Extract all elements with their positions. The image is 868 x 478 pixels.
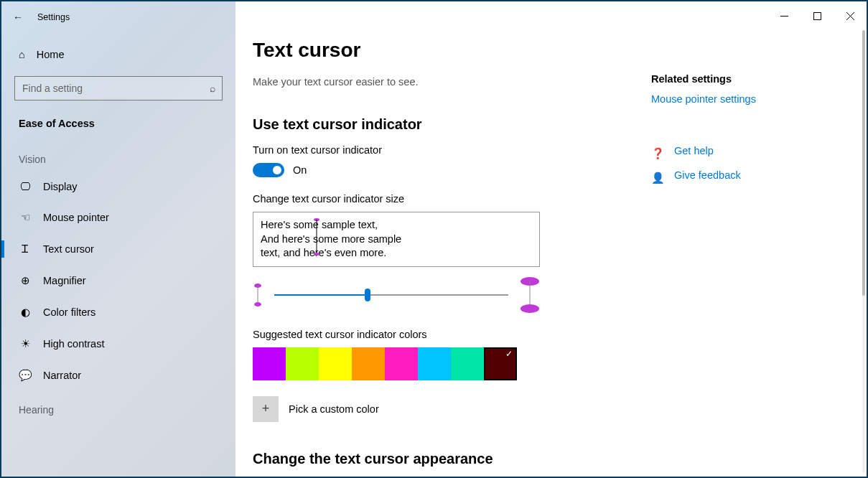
color-swatch[interactable] [352,347,385,380]
section-heading-indicator: Use text cursor indicator [253,116,644,133]
sidebar-item-magnifier[interactable]: ⊕ Magnifier [1,265,235,296]
color-swatch[interactable] [385,347,418,380]
give-feedback-row[interactable]: 👤 Give feedback [651,169,838,187]
sidebar-item-label: High contrast [43,338,104,350]
color-swatch[interactable] [286,347,319,380]
get-help-link[interactable]: Get help [674,145,714,156]
home-icon: ⌂ [19,49,25,60]
scrollbar[interactable] [862,30,865,472]
titlebar [1,1,867,30]
sample-line: text, and here's even more. [261,246,532,261]
right-column: Related settings Mouse pointer settings … [644,39,838,477]
close-button[interactable] [834,4,867,27]
search-input[interactable] [14,76,223,100]
scrollbar-thumb[interactable] [862,30,865,296]
color-swatch[interactable] [418,347,451,380]
size-label: Change text cursor indicator size [253,193,644,205]
color-swatch[interactable] [484,347,517,380]
section-heading-appearance: Change the text cursor appearance [253,451,644,467]
toggle-state: On [293,164,307,176]
search-icon: ⌕ [210,83,215,94]
narrator-icon: 💬 [19,369,32,382]
sidebar-group-header: Ease of Access [1,111,235,141]
color-swatch[interactable] [253,347,286,380]
text-cursor-icon: Ꮖ [19,243,32,256]
svg-point-9 [254,302,261,306]
sidebar-item-text-cursor[interactable]: Ꮖ Text cursor [1,233,235,265]
sidebar-item-label: Display [43,181,78,192]
sidebar-home-label: Home [37,49,65,60]
svg-point-6 [314,253,319,256]
size-slider-thumb[interactable] [365,289,370,301]
color-swatches [253,347,644,380]
display-icon: 🖵 [19,180,32,192]
sample-text-cursor-indicator [313,218,320,260]
sidebar-section-hearing: Hearing [1,391,235,421]
sidebar-item-display[interactable]: 🖵 Display [1,171,235,202]
related-heading: Related settings [651,73,838,85]
magnifier-icon: ⊕ [19,274,32,287]
page-title: Text cursor [253,39,644,62]
svg-point-12 [521,304,539,313]
size-slider-max-icon [520,277,540,313]
custom-color-label: Pick a custom color [289,403,379,415]
pointer-icon: ☜ [19,211,32,224]
sidebar-item-high-contrast[interactable]: ☀ High contrast [1,328,235,360]
sidebar: ← Settings ⌂ Home ⌕ Ease of Access Visio… [1,1,235,477]
color-swatch[interactable] [319,347,352,380]
sidebar-item-label: Magnifier [43,275,86,286]
sample-text-preview: Here's some sample text, And here's some… [253,212,540,267]
main-content: Text cursor Make your text cursor easier… [235,1,867,477]
minimize-button[interactable] [767,4,801,27]
sidebar-item-label: Narrator [43,370,81,381]
high-contrast-icon: ☀ [19,337,32,350]
sidebar-item-narrator[interactable]: 💬 Narrator [1,360,235,391]
indicator-toggle[interactable] [253,163,284,177]
sidebar-item-label: Text cursor [43,243,94,255]
sidebar-item-color-filters[interactable]: ◐ Color filters [1,296,235,328]
colors-label: Suggested text cursor indicator colors [253,329,644,340]
pick-custom-color[interactable]: + Pick a custom color [253,396,644,422]
help-icon: ❓ [651,147,664,160]
sample-line: Here's some sample text, [261,218,532,233]
color-filters-icon: ◐ [19,306,32,319]
page-description: Make your text cursor easier to see. [253,76,644,88]
plus-icon: + [253,396,279,422]
sample-line: And here's some more sample [261,233,532,247]
maximize-button[interactable] [801,4,834,27]
sidebar-section-vision: Vision [1,141,235,171]
sidebar-item-label: Mouse pointer [43,212,109,223]
search-box[interactable]: ⌕ [14,76,223,100]
sidebar-item-mouse-pointer[interactable]: ☜ Mouse pointer [1,202,235,233]
feedback-icon: 👤 [651,172,664,184]
svg-rect-1 [813,12,821,19]
sidebar-home[interactable]: ⌂ Home [1,42,235,69]
size-slider-min-icon [253,283,263,306]
sidebar-item-label: Color filters [43,306,95,318]
size-slider[interactable] [274,294,508,296]
related-link-mouse-pointer[interactable]: Mouse pointer settings [651,93,838,105]
color-swatch[interactable] [451,347,484,380]
give-feedback-link[interactable]: Give feedback [674,169,741,181]
toggle-label: Turn on text cursor indicator [253,144,644,156]
get-help-row[interactable]: ❓ Get help [651,145,838,162]
